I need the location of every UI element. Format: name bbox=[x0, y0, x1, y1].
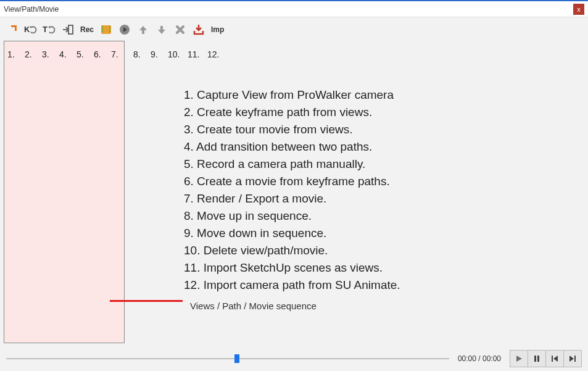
play-circle-icon bbox=[118, 23, 131, 36]
download-tray-icon bbox=[193, 23, 205, 36]
svg-rect-7 bbox=[109, 26, 110, 27]
create-movie-button[interactable] bbox=[99, 22, 114, 37]
arrow-right-box-icon bbox=[62, 23, 74, 36]
import-scenes-button[interactable] bbox=[191, 22, 206, 37]
num-11: 11. bbox=[188, 49, 207, 59]
num-4: 4. bbox=[59, 49, 77, 59]
svg-rect-13 bbox=[552, 356, 553, 362]
skip-next-icon bbox=[568, 354, 577, 363]
num-8: 8. bbox=[133, 49, 151, 59]
skip-previous-icon bbox=[550, 354, 559, 363]
toolbar-number-labels: 1. 2. 3. 4. 5. 6. 7. 8. 9. 10. 11. 12. bbox=[7, 49, 227, 59]
num-12: 12. bbox=[207, 49, 227, 59]
k-refresh-icon: K bbox=[24, 23, 38, 36]
skip-end-button[interactable] bbox=[563, 350, 582, 367]
move-up-button[interactable] bbox=[136, 22, 151, 37]
arrow-up-right-icon bbox=[6, 23, 19, 36]
time-display: 00:00 / 00:00 bbox=[453, 354, 506, 363]
help-item: 1. Capture View from ProWalker camera bbox=[184, 86, 400, 104]
play-icon bbox=[515, 354, 523, 363]
help-item: 2. Create keyframe path from views. bbox=[184, 104, 400, 121]
record-button[interactable]: Rec bbox=[79, 22, 95, 37]
render-export-button[interactable] bbox=[117, 22, 132, 37]
num-1: 1. bbox=[7, 49, 25, 59]
svg-text:T: T bbox=[43, 25, 48, 34]
arrow-down-icon bbox=[156, 24, 167, 35]
help-item: 9. Move down in sequence. bbox=[184, 225, 400, 242]
svg-rect-11 bbox=[534, 356, 536, 362]
tour-movie-button[interactable]: T bbox=[42, 22, 57, 37]
skip-start-button[interactable] bbox=[545, 350, 564, 367]
window-title: View/Path/Movie bbox=[4, 5, 573, 14]
main-area: 1. 2. 3. 4. 5. 6. 7. 8. 9. 10. 11. 12. 1… bbox=[4, 41, 584, 346]
num-2: 2. bbox=[25, 49, 42, 59]
svg-rect-12 bbox=[537, 356, 539, 362]
playback-bar: 00:00 / 00:00 bbox=[4, 346, 584, 371]
svg-rect-8 bbox=[109, 28, 110, 30]
svg-rect-5 bbox=[102, 28, 103, 30]
rec-label: Rec bbox=[80, 25, 94, 34]
help-item: 3. Create tour movie from views. bbox=[184, 121, 400, 138]
help-item: 7. Render / Export a movie. bbox=[184, 190, 400, 207]
svg-text:K: K bbox=[24, 25, 30, 34]
imp-label: Imp bbox=[211, 25, 224, 34]
pause-button[interactable] bbox=[528, 350, 546, 367]
sequence-label: Views / Path / Movie sequence bbox=[190, 301, 317, 311]
toolbar: K T Rec bbox=[4, 21, 584, 38]
help-item: 11. Import SketchUp scenes as views. bbox=[184, 259, 400, 277]
num-9: 9. bbox=[151, 49, 168, 59]
num-7: 7. bbox=[111, 49, 128, 59]
help-item: 5. Record a camera path manually. bbox=[184, 156, 400, 173]
content-area: K T Rec bbox=[0, 17, 588, 371]
svg-rect-14 bbox=[574, 356, 576, 362]
media-buttons bbox=[510, 350, 582, 367]
transition-button[interactable] bbox=[60, 22, 75, 37]
film-icon bbox=[100, 23, 112, 36]
help-item: 8. Move up in sequence. bbox=[184, 207, 400, 225]
delete-button[interactable] bbox=[173, 22, 188, 37]
sequence-panel[interactable] bbox=[4, 41, 125, 343]
titlebar: View/Path/Movie x bbox=[0, 1, 588, 17]
t-refresh-icon: T bbox=[43, 23, 56, 36]
timeline-handle[interactable] bbox=[234, 354, 239, 363]
svg-rect-9 bbox=[109, 31, 110, 32]
x-icon bbox=[175, 24, 186, 35]
num-3: 3. bbox=[42, 49, 59, 59]
import-animate-button[interactable]: Imp bbox=[210, 22, 225, 37]
timeline-slider[interactable] bbox=[6, 354, 449, 364]
help-item: 12. Import camera path from SU Animate. bbox=[184, 277, 400, 294]
num-10: 10. bbox=[168, 49, 188, 59]
timeline-track bbox=[6, 358, 449, 359]
keyframe-path-button[interactable]: K bbox=[23, 22, 38, 37]
callout-line bbox=[110, 300, 183, 302]
close-icon: x bbox=[577, 6, 581, 13]
svg-rect-6 bbox=[102, 31, 103, 32]
close-button[interactable]: x bbox=[573, 4, 584, 15]
move-down-button[interactable] bbox=[154, 22, 169, 37]
arrow-up-icon bbox=[138, 24, 149, 35]
window: View/Path/Movie x K T bbox=[0, 0, 588, 371]
help-item: 6. Create a movie from keyframe paths. bbox=[184, 173, 400, 190]
help-list: 1. Capture View from ProWalker camera 2.… bbox=[184, 86, 400, 294]
num-6: 6. bbox=[94, 49, 111, 59]
svg-rect-4 bbox=[102, 26, 103, 27]
pause-icon bbox=[532, 354, 541, 363]
play-button[interactable] bbox=[510, 350, 528, 367]
capture-view-button[interactable] bbox=[5, 22, 20, 37]
help-item: 10. Delete view/path/movie. bbox=[184, 242, 400, 259]
num-5: 5. bbox=[77, 49, 94, 59]
help-item: 4. Add transition between two paths. bbox=[184, 138, 400, 156]
